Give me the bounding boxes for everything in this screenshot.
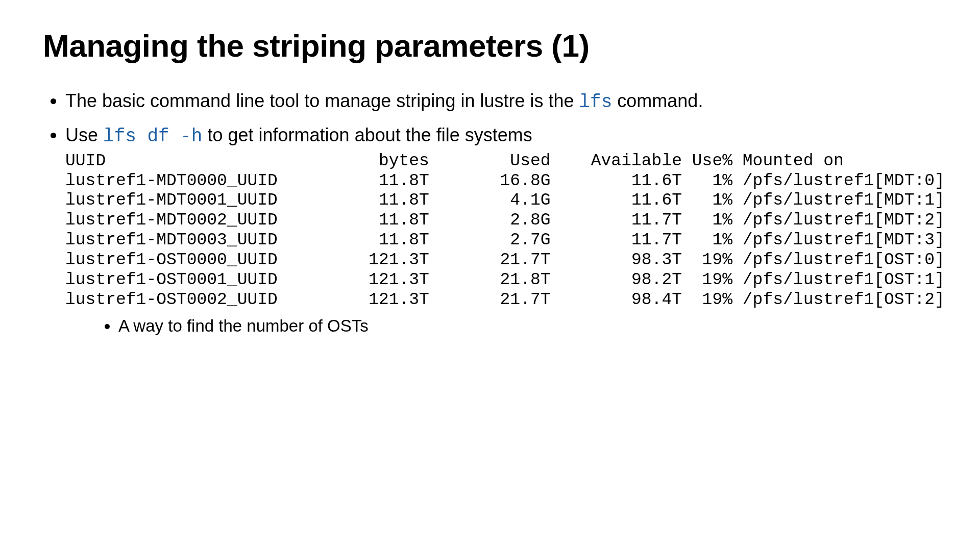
bullet-1-text-pre: The basic command line tool to manage st… [65, 90, 579, 111]
bullet-1-code: lfs [579, 92, 612, 113]
sub-bullet-list: A way to find the number of OSTs [65, 314, 937, 338]
bullet-2-text-post: to get information about the file system… [202, 124, 532, 145]
bullet-2-code: lfs df -h [103, 126, 202, 147]
lfs-df-output: UUID bytes Used Available Use% Mounted o… [65, 152, 937, 311]
slide-title: Managing the striping parameters (1) [43, 29, 937, 63]
bullet-1-text-post: command. [612, 90, 703, 111]
bullet-item-2: Use lfs df -h to get information about t… [65, 122, 937, 338]
slide: Managing the striping parameters (1) The… [0, 0, 980, 551]
bullet-2-text-pre: Use [65, 124, 103, 145]
bullet-list: The basic command line tool to manage st… [43, 88, 937, 338]
sub-bullet-item: A way to find the number of OSTs [118, 314, 937, 338]
bullet-item-1: The basic command line tool to manage st… [65, 88, 937, 116]
